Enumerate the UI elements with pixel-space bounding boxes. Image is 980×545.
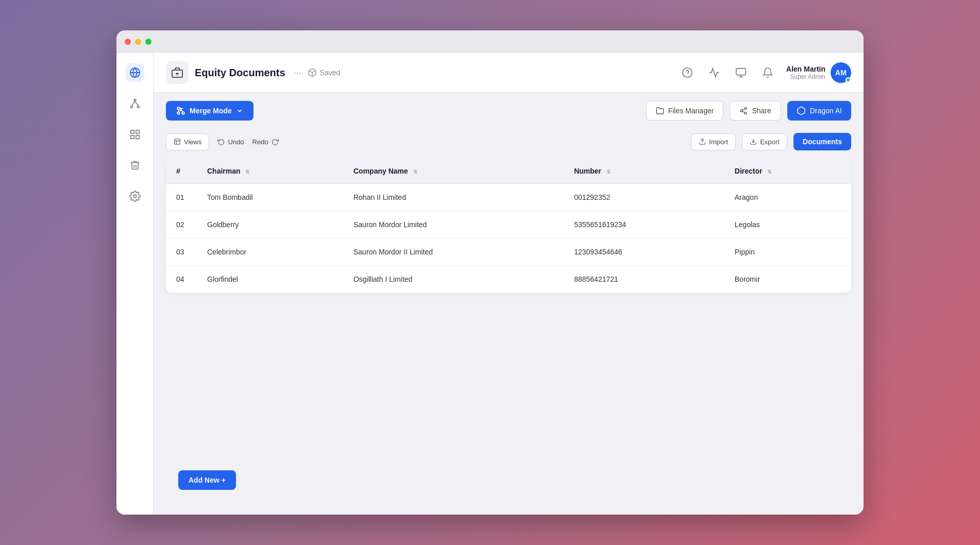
bottom-area: Add New + (154, 466, 864, 515)
views-button[interactable]: Views (166, 133, 209, 150)
svg-point-2 (134, 99, 136, 101)
sort-icon-chairman: ⇅ (245, 169, 249, 175)
sidebar-item-nodes[interactable] (126, 94, 144, 113)
screen-icon[interactable] (733, 64, 749, 81)
svg-line-28 (742, 109, 745, 110)
col-header-num[interactable]: # (166, 159, 197, 184)
data-table: # Chairman ⇅ Company Name ⇅ Nu (166, 159, 851, 293)
cell-number: 001292352 (564, 184, 724, 211)
cell-number: 5355651619234 (564, 211, 724, 239)
undo-button[interactable]: Undo (217, 138, 244, 146)
cell-company-name: Sauron Mordor II Limited (343, 239, 564, 266)
svg-point-24 (745, 107, 747, 109)
col-header-director[interactable]: Director ⇅ (724, 159, 851, 184)
sidebar-item-globe[interactable] (126, 63, 144, 82)
online-indicator (846, 77, 851, 82)
svg-rect-9 (130, 135, 133, 139)
cell-director: Legolas (724, 211, 851, 239)
toolbar-right: Files Manager Share (646, 101, 851, 121)
cell-director: Aragon (724, 184, 851, 211)
export-button[interactable]: Export (742, 133, 787, 150)
toolbar-left: Merge Mode (166, 101, 254, 121)
page-title: Equity Documents (195, 67, 285, 79)
actions-bar: Views Undo Redo (154, 129, 864, 159)
sidebar-item-grid[interactable] (126, 125, 144, 144)
help-icon[interactable] (679, 64, 696, 81)
cell-company-name: Sauron Mordor Limited (343, 211, 564, 239)
notifications-icon[interactable] (759, 64, 776, 81)
cell-company-name: Rohan II Limited (343, 184, 564, 211)
cell-num: 04 (166, 266, 197, 293)
svg-point-22 (182, 112, 184, 114)
svg-rect-7 (130, 130, 133, 133)
cell-chairman: Goldberry (197, 211, 343, 239)
cell-chairman: Celebrimbor (197, 239, 343, 266)
import-button[interactable]: Import (691, 133, 736, 150)
documents-button[interactable]: Documents (793, 133, 851, 150)
svg-point-25 (740, 110, 742, 112)
col-header-number[interactable]: Number ⇅ (564, 159, 724, 184)
sort-icon-number: ⇅ (606, 169, 611, 175)
sidebar-item-trash[interactable] (126, 156, 144, 175)
more-options-button[interactable]: ··· (294, 67, 301, 78)
col-header-company-name[interactable]: Company Name ⇅ (343, 159, 564, 184)
sidebar (116, 53, 154, 515)
svg-line-27 (742, 111, 745, 113)
cell-director: Boromir (724, 266, 851, 293)
cell-company-name: Osgilliath I Limited (343, 266, 564, 293)
maximize-button[interactable] (145, 39, 151, 45)
user-info: Alen Martin Super Admin AM (786, 62, 851, 83)
table-row[interactable]: 03 Celebrimbor Sauron Mordor II Limited … (166, 239, 851, 266)
svg-rect-29 (175, 139, 180, 145)
cell-chairman: Tom Bombadil (197, 184, 343, 211)
svg-rect-8 (136, 130, 139, 133)
share-button[interactable]: Share (730, 101, 781, 121)
actions-left: Views Undo Redo (166, 133, 279, 150)
svg-point-21 (177, 107, 180, 110)
header-left: Equity Documents ··· Saved (166, 61, 340, 84)
add-new-button[interactable]: Add New + (178, 470, 236, 490)
svg-rect-10 (136, 135, 139, 139)
app-header: Equity Documents ··· Saved (154, 53, 864, 93)
titlebar (116, 30, 864, 53)
svg-point-26 (745, 112, 747, 114)
redo-button[interactable]: Redo (252, 138, 279, 146)
cell-director: Pippin (724, 239, 851, 266)
sidebar-item-settings[interactable] (126, 187, 144, 206)
table-row[interactable]: 04 Glorfindel Osgilliath I Limited 88856… (166, 266, 851, 293)
files-manager-button[interactable]: Files Manager (646, 101, 724, 121)
document-icon (166, 61, 189, 84)
header-right: Alen Martin Super Admin AM (679, 62, 851, 83)
sort-icon-company: ⇅ (413, 169, 417, 175)
close-button[interactable] (125, 39, 131, 45)
table-header-row: # Chairman ⇅ Company Name ⇅ Nu (166, 159, 851, 184)
merge-mode-button[interactable]: Merge Mode (166, 101, 254, 121)
activity-icon[interactable] (706, 64, 722, 81)
svg-rect-18 (736, 69, 746, 75)
cell-num: 03 (166, 239, 197, 266)
svg-point-11 (133, 195, 137, 198)
saved-label: Saved (320, 69, 341, 77)
actions-right: Import Export Documents (691, 133, 851, 150)
table-row[interactable]: 01 Tom Bombadil Rohan II Limited 0012923… (166, 184, 851, 211)
toolbar: Merge Mode Files Manager (154, 93, 864, 129)
col-header-chairman[interactable]: Chairman ⇅ (197, 159, 343, 184)
table-row[interactable]: 02 Goldberry Sauron Mordor Limited 53556… (166, 211, 851, 239)
cell-num: 02 (166, 211, 197, 239)
svg-point-3 (130, 106, 132, 108)
svg-line-6 (135, 101, 138, 106)
minimize-button[interactable] (135, 39, 141, 45)
user-name: Alen Martin (786, 65, 825, 73)
dragon-ai-button[interactable]: Dragon AI (787, 101, 851, 121)
content-area: Equity Documents ··· Saved (154, 53, 864, 515)
saved-status: Saved (308, 68, 341, 77)
table-container: # Chairman ⇅ Company Name ⇅ Nu (154, 159, 864, 466)
cell-chairman: Glorfindel (197, 266, 343, 293)
svg-point-23 (177, 112, 180, 114)
svg-point-4 (137, 106, 139, 108)
cell-number: 88856421721 (564, 266, 724, 293)
avatar[interactable]: AM (831, 62, 851, 83)
user-role: Super Admin (786, 73, 825, 80)
svg-line-5 (131, 101, 134, 106)
cell-num: 01 (166, 184, 197, 211)
